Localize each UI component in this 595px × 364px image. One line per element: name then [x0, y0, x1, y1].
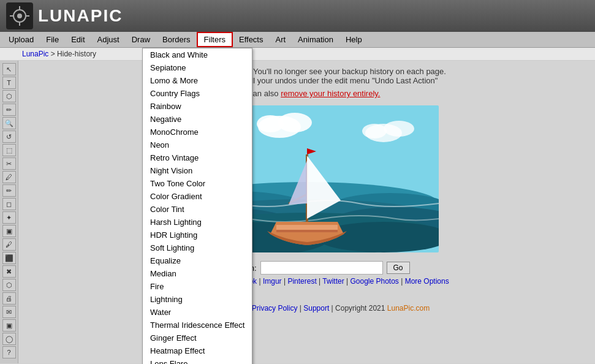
tool-circle[interactable]: ◯ — [2, 333, 16, 345]
filter-ginger[interactable]: Ginger Effect — [143, 332, 252, 344]
logo-icon — [6, 2, 33, 29]
filter-black-and-white[interactable]: Black and White — [143, 48, 252, 61]
tool-pencil[interactable]: ✏ — [2, 104, 16, 116]
filter-sepiatone[interactable]: Sepiatone — [143, 61, 252, 74]
menu-effects[interactable]: Effects — [233, 32, 270, 47]
left-toolbar: ↖ T ⬡ ✏ 🔍 ↺ ⬚ ✂ 🖊 ✏ ◻ ✦ ▣ 🖋 ⬛ ✖ ⬡ 🖨 ✉ ▣ … — [0, 61, 18, 363]
tool-help[interactable]: ? — [2, 346, 16, 358]
filter-heatmap[interactable]: Heatmap Effect — [143, 344, 252, 357]
svg-rect-24 — [276, 225, 338, 230]
sep1: | — [257, 277, 263, 286]
tool-fill[interactable]: ▣ — [2, 225, 16, 237]
tool-pen[interactable]: 🖋 — [2, 238, 16, 251]
tool-close[interactable]: ✖ — [2, 265, 16, 278]
footer-copyright: Copyright 2021 — [335, 304, 387, 313]
menu-draw[interactable]: Draw — [126, 32, 156, 47]
sep5: | — [399, 277, 405, 286]
filter-retro-vintage[interactable]: Retro Vintage — [143, 151, 252, 164]
menu-edit[interactable]: Edit — [65, 32, 91, 47]
imgur-link[interactable]: Imgur — [263, 277, 282, 286]
tool-brush[interactable]: 🖊 — [2, 171, 16, 183]
menu-bar: Upload File Edit Adjust Draw Borders Fil… — [0, 32, 595, 48]
svg-point-13 — [384, 121, 414, 137]
tool-grid[interactable]: ▣ — [2, 319, 16, 332]
app-header: LUNAPIC — [0, 0, 595, 32]
tool-hex[interactable]: ⬡ — [2, 279, 16, 291]
filter-negative[interactable]: Negative — [143, 113, 252, 126]
filters-dropdown: Black and White Sepiatone Lomo & More Co… — [142, 48, 252, 364]
footer-privacy[interactable]: Privacy Policy — [252, 304, 298, 313]
tool-paint[interactable]: ⬛ — [2, 252, 16, 264]
app-title: LUNAPIC — [38, 6, 123, 26]
filter-lens-flare[interactable]: Lens Flare — [143, 357, 252, 364]
filter-thermal[interactable]: Thermal Iridescence Effect — [143, 319, 252, 332]
breadcrumb-lunapic[interactable]: LunaPic — [22, 50, 48, 58]
filter-country-flags[interactable]: Country Flags — [143, 87, 252, 100]
remove-history-link[interactable]: remove your history entirely. — [281, 89, 380, 98]
filter-water[interactable]: Water — [143, 306, 252, 319]
breadcrumb-current: Hide-history — [57, 50, 96, 58]
also-row: You can also remove your history entirel… — [233, 89, 381, 98]
twitter-link[interactable]: Twitter — [322, 277, 344, 286]
breadcrumb-separator: > — [48, 50, 57, 58]
filter-median[interactable]: Median — [143, 267, 252, 280]
sep4: | — [344, 277, 351, 286]
filter-color-tint[interactable]: Color Tint — [143, 203, 252, 216]
pinterest-link[interactable]: Pinterest — [287, 277, 316, 286]
menu-borders[interactable]: Borders — [156, 32, 197, 47]
tool-rotate[interactable]: ↺ — [2, 131, 16, 143]
menu-upload[interactable]: Upload — [2, 32, 40, 47]
tool-print[interactable]: 🖨 — [2, 292, 16, 305]
filter-equalize[interactable]: Equalize — [143, 254, 252, 267]
go-button[interactable]: Go — [387, 262, 410, 274]
filter-neon[interactable]: Neon — [143, 138, 252, 151]
tool-cut[interactable]: ✂ — [2, 157, 16, 170]
svg-point-2 — [17, 13, 22, 18]
menu-adjust[interactable]: Adjust — [91, 32, 126, 47]
filter-soft-lighting[interactable]: Soft Lighting — [143, 241, 252, 254]
filter-rainbow[interactable]: Rainbow — [143, 100, 252, 113]
tool-star[interactable]: ✦ — [2, 211, 16, 224]
hiding-backup-text: You'll no longer see your backup history… — [251, 67, 446, 76]
footer-support[interactable]: Support — [303, 304, 329, 313]
footer-site[interactable]: LunaPic.com — [387, 304, 430, 313]
content-area: Hiding backup history You'll no longer s… — [18, 61, 595, 363]
filter-color-gradient[interactable]: Color Gradient — [143, 190, 252, 203]
tool-select[interactable]: ↖ — [2, 63, 16, 75]
filter-fire[interactable]: Fire — [143, 280, 252, 293]
svg-rect-25 — [276, 230, 338, 232]
svg-point-14 — [362, 124, 387, 138]
tool-zoom[interactable]: 🔍 — [2, 117, 16, 129]
filter-two-tone-color[interactable]: Two Tone Color — [143, 177, 252, 190]
menu-animation[interactable]: Animation — [292, 32, 339, 47]
more-options-link[interactable]: More Options — [405, 277, 449, 286]
filter-lightning[interactable]: Lightning — [143, 293, 252, 306]
tool-mail[interactable]: ✉ — [2, 306, 16, 318]
filter-harsh-lighting[interactable]: Harsh Lighting — [143, 216, 252, 229]
filter-monochrome[interactable]: MonoChrome — [143, 126, 252, 138]
filter-night-vision[interactable]: Night Vision — [143, 164, 252, 177]
menu-file[interactable]: File — [40, 32, 65, 47]
menu-filters[interactable]: Filters — [197, 32, 233, 47]
tool-text[interactable]: T — [2, 77, 16, 89]
logo-area: LUNAPIC — [6, 2, 123, 29]
caption-input[interactable] — [260, 261, 383, 275]
svg-point-11 — [257, 115, 284, 132]
menu-art[interactable]: Art — [269, 32, 292, 47]
tool-shape[interactable]: ⬡ — [2, 90, 16, 102]
tool-rect[interactable]: ◻ — [2, 198, 16, 210]
sep3: | — [317, 277, 323, 286]
tool-eraser[interactable]: ✏ — [2, 184, 16, 197]
filter-hdr-lighting[interactable]: HDR Lighting — [143, 229, 252, 241]
menu-help[interactable]: Help — [339, 32, 368, 47]
filter-lomo[interactable]: Lomo & More — [143, 74, 252, 87]
sep2: | — [282, 277, 288, 286]
google-photos-link[interactable]: Google Photos — [350, 277, 398, 286]
tool-crop[interactable]: ⬚ — [2, 144, 16, 156]
breadcrumb: LunaPic > Hide-history — [0, 48, 595, 61]
main-layout: ↖ T ⬡ ✏ 🔍 ↺ ⬚ ✂ 🖊 ✏ ◻ ✦ ▣ 🖋 ⬛ ✖ ⬡ 🖨 ✉ ▣ … — [0, 61, 595, 363]
